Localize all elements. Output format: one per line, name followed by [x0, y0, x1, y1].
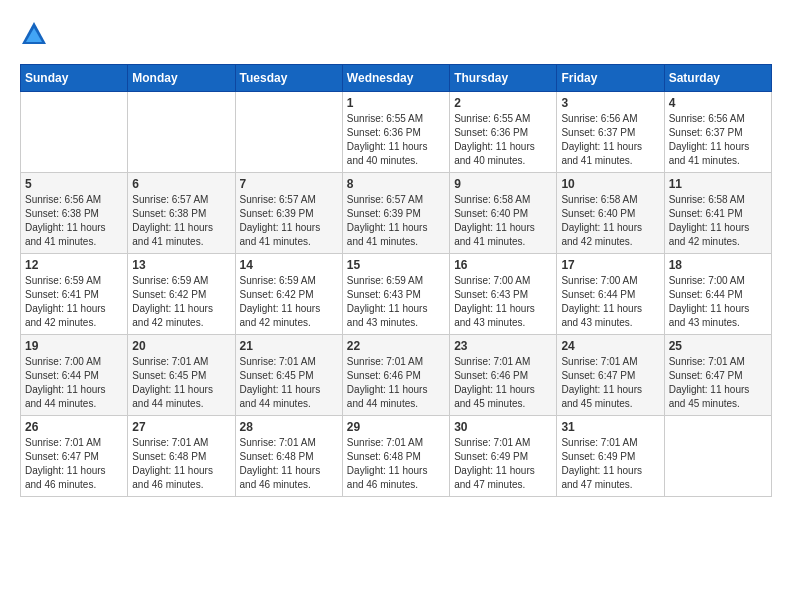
- day-info: Sunrise: 7:01 AM Sunset: 6:46 PM Dayligh…: [454, 355, 552, 411]
- day-info: Sunrise: 6:57 AM Sunset: 6:39 PM Dayligh…: [347, 193, 445, 249]
- day-info: Sunrise: 7:01 AM Sunset: 6:47 PM Dayligh…: [25, 436, 123, 492]
- day-info: Sunrise: 6:55 AM Sunset: 6:36 PM Dayligh…: [454, 112, 552, 168]
- calendar-cell: 28Sunrise: 7:01 AM Sunset: 6:48 PM Dayli…: [235, 416, 342, 497]
- calendar-cell: 21Sunrise: 7:01 AM Sunset: 6:45 PM Dayli…: [235, 335, 342, 416]
- day-info: Sunrise: 7:00 AM Sunset: 6:44 PM Dayligh…: [561, 274, 659, 330]
- day-number: 13: [132, 258, 230, 272]
- calendar-cell: 8Sunrise: 6:57 AM Sunset: 6:39 PM Daylig…: [342, 173, 449, 254]
- day-number: 24: [561, 339, 659, 353]
- calendar-cell: 12Sunrise: 6:59 AM Sunset: 6:41 PM Dayli…: [21, 254, 128, 335]
- day-info: Sunrise: 6:59 AM Sunset: 6:43 PM Dayligh…: [347, 274, 445, 330]
- calendar-cell: 6Sunrise: 6:57 AM Sunset: 6:38 PM Daylig…: [128, 173, 235, 254]
- calendar-week-row: 19Sunrise: 7:00 AM Sunset: 6:44 PM Dayli…: [21, 335, 772, 416]
- calendar-cell: 30Sunrise: 7:01 AM Sunset: 6:49 PM Dayli…: [450, 416, 557, 497]
- day-info: Sunrise: 7:01 AM Sunset: 6:47 PM Dayligh…: [561, 355, 659, 411]
- calendar-cell: 23Sunrise: 7:01 AM Sunset: 6:46 PM Dayli…: [450, 335, 557, 416]
- day-number: 26: [25, 420, 123, 434]
- day-number: 15: [347, 258, 445, 272]
- day-number: 7: [240, 177, 338, 191]
- day-number: 22: [347, 339, 445, 353]
- day-header-monday: Monday: [128, 65, 235, 92]
- calendar-cell: 17Sunrise: 7:00 AM Sunset: 6:44 PM Dayli…: [557, 254, 664, 335]
- calendar-cell: 5Sunrise: 6:56 AM Sunset: 6:38 PM Daylig…: [21, 173, 128, 254]
- day-number: 6: [132, 177, 230, 191]
- calendar-cell: 10Sunrise: 6:58 AM Sunset: 6:40 PM Dayli…: [557, 173, 664, 254]
- day-info: Sunrise: 6:58 AM Sunset: 6:40 PM Dayligh…: [454, 193, 552, 249]
- calendar-cell: 25Sunrise: 7:01 AM Sunset: 6:47 PM Dayli…: [664, 335, 771, 416]
- day-number: 4: [669, 96, 767, 110]
- calendar-cell: 11Sunrise: 6:58 AM Sunset: 6:41 PM Dayli…: [664, 173, 771, 254]
- day-number: 23: [454, 339, 552, 353]
- day-number: 25: [669, 339, 767, 353]
- day-number: 14: [240, 258, 338, 272]
- calendar-cell: 13Sunrise: 6:59 AM Sunset: 6:42 PM Dayli…: [128, 254, 235, 335]
- calendar-cell: 1Sunrise: 6:55 AM Sunset: 6:36 PM Daylig…: [342, 92, 449, 173]
- logo-icon: [20, 20, 48, 48]
- calendar-cell: 2Sunrise: 6:55 AM Sunset: 6:36 PM Daylig…: [450, 92, 557, 173]
- day-number: 28: [240, 420, 338, 434]
- day-number: 19: [25, 339, 123, 353]
- day-number: 30: [454, 420, 552, 434]
- calendar-cell: 26Sunrise: 7:01 AM Sunset: 6:47 PM Dayli…: [21, 416, 128, 497]
- day-header-tuesday: Tuesday: [235, 65, 342, 92]
- calendar-cell: 4Sunrise: 6:56 AM Sunset: 6:37 PM Daylig…: [664, 92, 771, 173]
- calendar-week-row: 1Sunrise: 6:55 AM Sunset: 6:36 PM Daylig…: [21, 92, 772, 173]
- logo: [20, 20, 52, 48]
- day-number: 27: [132, 420, 230, 434]
- day-info: Sunrise: 7:01 AM Sunset: 6:48 PM Dayligh…: [132, 436, 230, 492]
- day-number: 31: [561, 420, 659, 434]
- day-number: 12: [25, 258, 123, 272]
- day-number: 18: [669, 258, 767, 272]
- day-info: Sunrise: 6:56 AM Sunset: 6:37 PM Dayligh…: [669, 112, 767, 168]
- day-number: 10: [561, 177, 659, 191]
- calendar-cell: 7Sunrise: 6:57 AM Sunset: 6:39 PM Daylig…: [235, 173, 342, 254]
- calendar-table: SundayMondayTuesdayWednesdayThursdayFrid…: [20, 64, 772, 497]
- calendar-week-row: 26Sunrise: 7:01 AM Sunset: 6:47 PM Dayli…: [21, 416, 772, 497]
- day-number: 21: [240, 339, 338, 353]
- day-info: Sunrise: 7:00 AM Sunset: 6:44 PM Dayligh…: [25, 355, 123, 411]
- calendar-cell: 18Sunrise: 7:00 AM Sunset: 6:44 PM Dayli…: [664, 254, 771, 335]
- day-info: Sunrise: 6:56 AM Sunset: 6:38 PM Dayligh…: [25, 193, 123, 249]
- day-header-sunday: Sunday: [21, 65, 128, 92]
- day-info: Sunrise: 7:01 AM Sunset: 6:48 PM Dayligh…: [347, 436, 445, 492]
- calendar-cell: [664, 416, 771, 497]
- calendar-cell: 22Sunrise: 7:01 AM Sunset: 6:46 PM Dayli…: [342, 335, 449, 416]
- page-header: [20, 20, 772, 48]
- day-number: 9: [454, 177, 552, 191]
- calendar-cell: 19Sunrise: 7:00 AM Sunset: 6:44 PM Dayli…: [21, 335, 128, 416]
- calendar-cell: [21, 92, 128, 173]
- calendar-cell: [128, 92, 235, 173]
- calendar-cell: 9Sunrise: 6:58 AM Sunset: 6:40 PM Daylig…: [450, 173, 557, 254]
- day-number: 17: [561, 258, 659, 272]
- calendar-week-row: 12Sunrise: 6:59 AM Sunset: 6:41 PM Dayli…: [21, 254, 772, 335]
- day-info: Sunrise: 6:58 AM Sunset: 6:41 PM Dayligh…: [669, 193, 767, 249]
- calendar-cell: 20Sunrise: 7:01 AM Sunset: 6:45 PM Dayli…: [128, 335, 235, 416]
- day-number: 2: [454, 96, 552, 110]
- day-info: Sunrise: 7:01 AM Sunset: 6:49 PM Dayligh…: [454, 436, 552, 492]
- day-header-friday: Friday: [557, 65, 664, 92]
- calendar-week-row: 5Sunrise: 6:56 AM Sunset: 6:38 PM Daylig…: [21, 173, 772, 254]
- day-info: Sunrise: 7:00 AM Sunset: 6:43 PM Dayligh…: [454, 274, 552, 330]
- day-number: 1: [347, 96, 445, 110]
- day-info: Sunrise: 7:00 AM Sunset: 6:44 PM Dayligh…: [669, 274, 767, 330]
- calendar-cell: 27Sunrise: 7:01 AM Sunset: 6:48 PM Dayli…: [128, 416, 235, 497]
- calendar-cell: [235, 92, 342, 173]
- day-info: Sunrise: 7:01 AM Sunset: 6:45 PM Dayligh…: [240, 355, 338, 411]
- calendar-header-row: SundayMondayTuesdayWednesdayThursdayFrid…: [21, 65, 772, 92]
- day-header-wednesday: Wednesday: [342, 65, 449, 92]
- day-number: 11: [669, 177, 767, 191]
- calendar-cell: 31Sunrise: 7:01 AM Sunset: 6:49 PM Dayli…: [557, 416, 664, 497]
- day-number: 8: [347, 177, 445, 191]
- day-info: Sunrise: 6:55 AM Sunset: 6:36 PM Dayligh…: [347, 112, 445, 168]
- calendar-cell: 14Sunrise: 6:59 AM Sunset: 6:42 PM Dayli…: [235, 254, 342, 335]
- day-header-saturday: Saturday: [664, 65, 771, 92]
- day-info: Sunrise: 6:56 AM Sunset: 6:37 PM Dayligh…: [561, 112, 659, 168]
- day-number: 29: [347, 420, 445, 434]
- day-info: Sunrise: 7:01 AM Sunset: 6:46 PM Dayligh…: [347, 355, 445, 411]
- day-info: Sunrise: 7:01 AM Sunset: 6:49 PM Dayligh…: [561, 436, 659, 492]
- day-number: 20: [132, 339, 230, 353]
- day-info: Sunrise: 6:58 AM Sunset: 6:40 PM Dayligh…: [561, 193, 659, 249]
- calendar-cell: 16Sunrise: 7:00 AM Sunset: 6:43 PM Dayli…: [450, 254, 557, 335]
- day-header-thursday: Thursday: [450, 65, 557, 92]
- calendar-cell: 29Sunrise: 7:01 AM Sunset: 6:48 PM Dayli…: [342, 416, 449, 497]
